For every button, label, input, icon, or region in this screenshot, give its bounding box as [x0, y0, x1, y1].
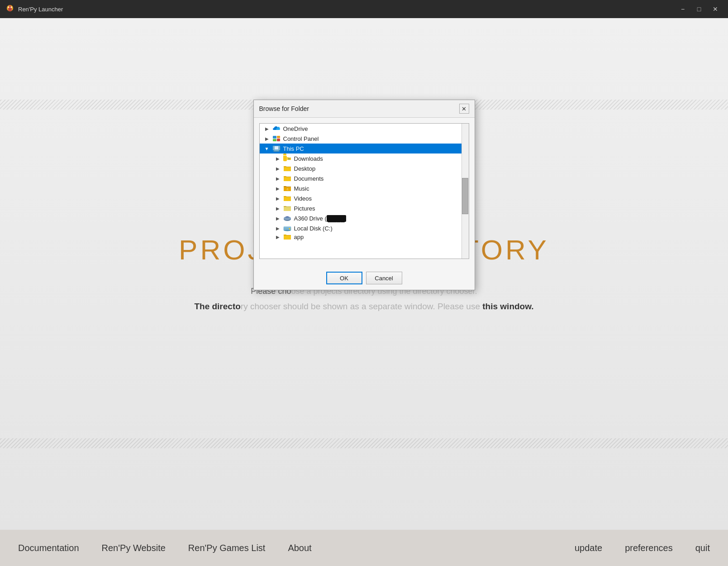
tree-item-control-panel[interactable]: Control Panel [260, 134, 469, 144]
this-pc-icon [272, 145, 281, 152]
chevron-control-panel [263, 135, 271, 142]
svg-rect-7 [277, 139, 280, 141]
downloads-folder-icon [283, 155, 291, 162]
music-label: Music [294, 185, 309, 192]
dialog-body: OneDrive Control Panel [254, 118, 475, 264]
app-folder-icon [283, 233, 291, 240]
tree-item-desktop[interactable]: Desktop [260, 163, 469, 173]
desktop-label: Desktop [294, 165, 316, 172]
chevron-pictures [274, 205, 281, 212]
documents-label: Documents [294, 175, 324, 182]
pictures-label: Pictures [294, 205, 315, 212]
modal-overlay: Browse for Folder ✕ OneDrive [0, 0, 728, 566]
pictures-folder-icon [283, 205, 291, 212]
videos-label: Videos [294, 195, 312, 202]
chevron-this-pc [263, 145, 271, 152]
svg-point-16 [284, 230, 290, 231]
chevron-a360 [274, 215, 281, 222]
dialog-title: Browse for Folder [259, 105, 309, 112]
svg-rect-9 [275, 146, 278, 149]
tree-item-local-disk[interactable]: Local Disk (C:) [260, 223, 469, 233]
folder-tree[interactable]: OneDrive Control Panel [259, 123, 469, 259]
chevron-downloads [274, 155, 281, 162]
chevron-desktop [274, 165, 281, 172]
downloads-label: Downloads [294, 155, 323, 162]
tree-item-onedrive[interactable]: OneDrive [260, 124, 469, 134]
tree-scrollbar-thumb[interactable] [462, 178, 468, 214]
tree-item-music[interactable]: ♫ Music [260, 183, 469, 193]
svg-text:♫: ♫ [286, 187, 288, 191]
desktop-folder-icon [283, 165, 291, 172]
dialog-titlebar: Browse for Folder ✕ [254, 100, 475, 118]
a360-redacted: ████ [327, 215, 346, 222]
documents-folder-icon [283, 175, 291, 182]
ok-button[interactable]: OK [326, 272, 362, 284]
svg-rect-4 [273, 136, 276, 139]
chevron-local-disk [274, 225, 281, 232]
chevron-onedrive [263, 125, 271, 132]
svg-rect-5 [273, 139, 276, 141]
local-disk-icon [283, 225, 291, 232]
chevron-documents [274, 175, 281, 182]
onedrive-icon [272, 125, 281, 132]
tree-item-downloads[interactable]: Downloads [260, 153, 469, 163]
svg-point-18 [289, 228, 290, 230]
control-panel-label: Control Panel [283, 135, 319, 142]
a360-label: A360 Drive (████ [294, 215, 346, 222]
tree-item-videos[interactable]: Videos [260, 193, 469, 203]
tree-item-pictures[interactable]: Pictures [260, 203, 469, 213]
this-pc-label: This PC [283, 145, 304, 152]
videos-folder-icon [283, 195, 291, 202]
music-folder-icon: ♫ [283, 185, 291, 192]
local-disk-label: Local Disk (C:) [294, 225, 333, 232]
browse-folder-dialog: Browse for Folder ✕ OneDrive [253, 100, 475, 290]
chevron-videos [274, 195, 281, 202]
tree-item-documents[interactable]: Documents [260, 173, 469, 183]
app-label: app [294, 234, 304, 240]
svg-rect-17 [284, 226, 291, 227]
tree-item-a360-drive[interactable]: A360 Drive (████ [260, 213, 469, 223]
chevron-music [274, 185, 281, 192]
dialog-footer: OK Cancel [254, 264, 475, 290]
a360-drive-icon [283, 215, 291, 222]
tree-item-app[interactable]: app [260, 233, 469, 240]
chevron-app [274, 233, 281, 240]
svg-rect-11 [273, 151, 280, 152]
dialog-close-button[interactable]: ✕ [459, 104, 469, 114]
cancel-button[interactable]: Cancel [366, 272, 402, 284]
tree-item-this-pc[interactable]: This PC [260, 144, 469, 153]
control-panel-icon [272, 135, 281, 142]
tree-scrollbar[interactable] [462, 124, 469, 259]
onedrive-label: OneDrive [283, 125, 308, 132]
svg-rect-6 [277, 136, 280, 138]
